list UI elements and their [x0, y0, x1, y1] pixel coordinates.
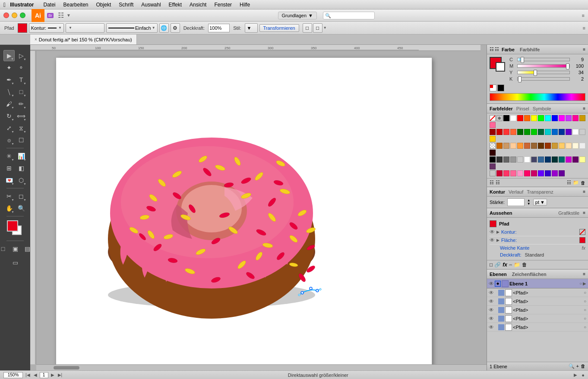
- light-green-sw[interactable]: [531, 129, 537, 135]
- brush-tool-btn[interactable]: 🖌 ▼: [3, 98, 15, 110]
- ebene-main-row[interactable]: 👁 ◆ Ebene 1 ○ ▶: [487, 279, 588, 288]
- pattern-sw[interactable]: [490, 143, 496, 149]
- foreground-color-swatch[interactable]: [7, 220, 18, 232]
- white-sw-3[interactable]: [524, 157, 530, 163]
- grid-icon[interactable]: ☷: [58, 11, 64, 19]
- dark-gray-sw[interactable]: [496, 157, 503, 163]
- menu-objekt[interactable]: Objekt: [93, 1, 115, 9]
- symbole-tab[interactable]: Symbole: [533, 106, 551, 111]
- pfad-row-4[interactable]: 👁 <Pfad> ○: [487, 314, 588, 323]
- panel-options-btn[interactable]: ☷: [490, 47, 494, 52]
- cmyk-k-slider[interactable]: [517, 77, 570, 81]
- dark-violet-sw[interactable]: [572, 157, 579, 163]
- transform-button[interactable]: Transformieren: [259, 24, 299, 32]
- ebene-1-visibility-icon[interactable]: 👁: [489, 281, 494, 287]
- sienna-sw[interactable]: [524, 143, 530, 149]
- blend-tool-btn[interactable]: ⬡ ▼: [16, 175, 27, 186]
- stroke-weight-dropdown[interactable]: ▼: [66, 23, 104, 33]
- pfad-row-2[interactable]: 👁 <Pfad> ○: [487, 297, 588, 306]
- next-page-btn[interactable]: ▶: [50, 373, 55, 377]
- medium-red-sw[interactable]: [496, 129, 503, 135]
- pfad-1-visibility-icon[interactable]: 👁: [489, 290, 494, 296]
- aussehen-page-icon[interactable]: □: [490, 262, 493, 268]
- shear-tool-btn[interactable]: ⧖ ▼: [16, 122, 27, 134]
- light-gray-sw[interactable]: [579, 129, 585, 135]
- kontur-visibility-icon[interactable]: 👁: [490, 229, 495, 235]
- ochre-sw[interactable]: [552, 143, 558, 149]
- stroke-style-dropdown[interactable]: Einfach ▼: [106, 23, 158, 33]
- pink-sw[interactable]: [572, 115, 579, 121]
- peach-sw[interactable]: [510, 143, 516, 149]
- art-canvas[interactable]: [56, 58, 432, 370]
- light-peach-sw[interactable]: [566, 143, 572, 149]
- warp-tool-btn[interactable]: ⌾ ▼: [3, 135, 15, 146]
- mesh-tool-btn[interactable]: ⊞: [3, 163, 15, 174]
- cmyk-m-slider[interactable]: [517, 64, 570, 68]
- draw-behind-btn[interactable]: ▤: [22, 243, 30, 254]
- buff-sw[interactable]: [559, 143, 565, 149]
- kontur-unit-dropdown[interactable]: pt ▼: [533, 199, 547, 206]
- aussehen-fx-btn[interactable]: fx: [503, 262, 507, 268]
- menu-hilfe[interactable]: Hilfe: [236, 1, 253, 9]
- transform-more-icon[interactable]: ▼: [323, 26, 327, 30]
- pfad-3-target-icon[interactable]: ○: [584, 307, 586, 312]
- staerke-input[interactable]: [507, 198, 525, 206]
- teal-sw[interactable]: [545, 129, 551, 135]
- more-options-icon[interactable]: ≡: [583, 25, 585, 31]
- amber-sw[interactable]: [490, 136, 496, 142]
- cmyk-y-handle[interactable]: [534, 70, 537, 76]
- light-yellow-sw[interactable]: [579, 157, 585, 163]
- dropdown-arrow-icon[interactable]: ▼: [66, 13, 71, 18]
- pfad-1-target-icon[interactable]: ○: [584, 290, 586, 295]
- aussehen-copy-icon[interactable]: ⎓: [509, 262, 512, 268]
- rotate-tool-btn[interactable]: ↻ ▼: [3, 110, 15, 122]
- gold-sw[interactable]: [579, 115, 585, 121]
- selection-tool-btn[interactable]: ▶ ▼: [3, 50, 15, 61]
- medium-green-sw[interactable]: [524, 129, 530, 135]
- first-page-btn[interactable]: |◀: [25, 373, 31, 377]
- aussehen-folder-icon[interactable]: 📁: [514, 262, 520, 268]
- teal-2-sw[interactable]: [559, 157, 565, 163]
- deckkraft-link[interactable]: Deckkraft:: [500, 252, 522, 257]
- farbfelder-list-icon[interactable]: ☷: [490, 180, 494, 185]
- tab-close-icon[interactable]: ×: [35, 37, 37, 42]
- dark-brown-sw[interactable]: [538, 143, 544, 149]
- electric-purple-sw[interactable]: [538, 170, 544, 176]
- hand-tool-btn[interactable]: ✋ ▼: [3, 203, 15, 214]
- ebene-1-target-icon[interactable]: ○: [579, 281, 582, 286]
- aussehen-menu-icon[interactable]: ≡: [583, 210, 585, 215]
- flaeche-expand-icon[interactable]: ▶: [496, 238, 499, 242]
- cmyk-y-slider[interactable]: [517, 71, 570, 74]
- draw-normal-btn[interactable]: □: [0, 243, 9, 254]
- verlauf-tab[interactable]: Verlauf: [509, 189, 523, 194]
- red-orange-sw[interactable]: [510, 129, 516, 135]
- cmyk-c-slider[interactable]: [517, 58, 570, 61]
- scissors-tool-btn[interactable]: ✂ ▼: [3, 191, 15, 202]
- pen-tool-btn[interactable]: ✒ ▼: [3, 74, 15, 85]
- h-scroll-thumb[interactable]: [54, 366, 79, 370]
- apple-logo-icon[interactable]: : [3, 1, 6, 8]
- fill-color-swatch[interactable]: [18, 23, 27, 33]
- dark-teal-sw[interactable]: [552, 157, 558, 163]
- ebenen-delete-layer-icon[interactable]: 🗑: [581, 363, 585, 369]
- medium-gray-sw[interactable]: [503, 157, 509, 163]
- near-white-sw[interactable]: [579, 143, 585, 149]
- navy-sw[interactable]: [545, 157, 551, 163]
- light-pink-sw[interactable]: [490, 122, 496, 128]
- settings-icon-btn[interactable]: ⚙: [171, 23, 180, 33]
- flaeche-attr-swatch[interactable]: [579, 237, 585, 243]
- status-more-btn[interactable]: ▶: [573, 373, 578, 377]
- black-swatch[interactable]: [497, 85, 504, 91]
- weiche-kante-link[interactable]: Weiche Kante: [500, 245, 529, 251]
- tan-sw[interactable]: [503, 143, 509, 149]
- kontur-tab[interactable]: Kontur: [490, 189, 505, 194]
- dark-red-sw[interactable]: [490, 129, 496, 135]
- black-sw-2[interactable]: [490, 157, 496, 163]
- scale-tool-btn[interactable]: ⤢ ▼: [3, 122, 15, 134]
- staerke-down-btn[interactable]: ▼: [527, 202, 531, 206]
- grape-sw[interactable]: [552, 170, 558, 176]
- pfad-row-1[interactable]: 👁 <Pfad> ○: [487, 288, 588, 297]
- cobalt-sw[interactable]: [545, 170, 551, 176]
- pinsel-tab[interactable]: Pinsel: [516, 106, 529, 111]
- dark-slate-sw[interactable]: [531, 157, 537, 163]
